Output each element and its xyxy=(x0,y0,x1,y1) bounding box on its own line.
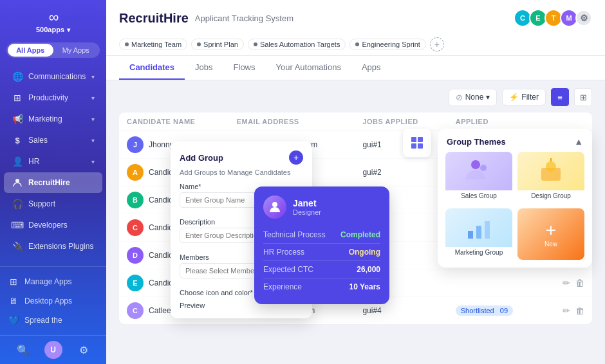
profile-name: Janet xyxy=(293,198,321,208)
delete-icon[interactable]: 🗑 xyxy=(575,305,584,316)
detail-label: HR Process xyxy=(263,248,304,257)
sidebar-item-label: Extensions Plugins xyxy=(28,242,95,251)
candidate-jobs: gui#2 xyxy=(355,159,447,187)
tag-engineering-sprint[interactable]: Engineering Sprint xyxy=(349,39,426,50)
sidebar-item-communications[interactable]: 🌐 Communications ▾ xyxy=(4,66,102,87)
tag-dot xyxy=(197,42,201,46)
dropdown-icon: ▾ xyxy=(486,93,490,102)
candidate-avatar: C xyxy=(127,219,144,236)
col-email: EMAIL ADDRESS xyxy=(229,113,355,131)
svg-point-7 xyxy=(480,165,487,171)
chevron-down-icon: ▾ xyxy=(91,73,95,80)
theme-card-sales[interactable]: Sales Group xyxy=(445,152,512,203)
tab-all-apps[interactable]: All Apps xyxy=(8,44,53,57)
tag-sales-automation[interactable]: Sales Automation Targets xyxy=(248,39,346,50)
sidebar-item-spread[interactable]: 💙 Spread the xyxy=(0,311,106,330)
edit-icon[interactable]: ✏ xyxy=(563,305,570,316)
group-float-button[interactable] xyxy=(403,129,431,157)
sidebar-item-support[interactable]: 🎧 Support xyxy=(4,194,102,214)
theme-label: Sales Group xyxy=(445,190,512,201)
edit-icon[interactable]: ✏ xyxy=(563,278,570,288)
tag-sprint-plan[interactable]: Sprint Plan xyxy=(191,39,244,50)
tab-jobs[interactable]: Jobs xyxy=(185,56,223,80)
app-title: RecruitHire xyxy=(119,11,189,26)
group-themes-panel: Group Themes ▲ Sales Group Design Group xyxy=(438,129,592,268)
settings-footer-icon[interactable]: ⚙ xyxy=(75,341,93,359)
filter-button[interactable]: ⚡ Filter xyxy=(502,89,546,105)
sidebar-bottom: ⊞ Manage Apps 🖥 Desktop Apps 💙 Spread th… xyxy=(0,266,106,335)
themes-grid: Sales Group Design Group Marketing Group xyxy=(438,152,592,268)
grid-icon: ⊞ xyxy=(580,93,587,102)
sidebar-item-productivity[interactable]: ⊞ Productivity ▾ xyxy=(4,87,102,108)
app-subtitle: Applicant Tracking System xyxy=(195,14,293,23)
plus-icon: + xyxy=(546,221,556,239)
col-name: CANDIDATE NAME xyxy=(119,113,229,131)
candidate-avatar: E xyxy=(127,275,144,291)
marketing-icon: 📢 xyxy=(12,113,23,125)
productivity-icon: ⊞ xyxy=(12,92,23,104)
svg-point-1 xyxy=(272,202,277,207)
developers-icon: ⌨ xyxy=(12,219,23,231)
theme-label: Design Group xyxy=(517,190,584,201)
main-header: RecruitHire Applicant Tracking System C … xyxy=(106,0,605,56)
status-badge: Shortlisted 09 xyxy=(456,305,513,316)
sidebar-item-developers[interactable]: ⌨ Developers xyxy=(4,215,102,235)
sidebar-item-sales[interactable]: $ Sales ▾ xyxy=(4,130,102,150)
sidebar-item-manage-apps[interactable]: ⊞ Manage Apps xyxy=(0,272,106,291)
manage-apps-icon: ⊞ xyxy=(8,276,19,287)
profile-role: Designer xyxy=(293,208,321,216)
none-label: None xyxy=(465,93,484,102)
theme-card-marketing[interactable]: Marketing Group xyxy=(445,208,512,260)
sidebar-footer: 🔍 U ⚙ xyxy=(0,335,106,364)
main-content: RecruitHire Applicant Tracking System C … xyxy=(106,0,605,364)
header-title-area: RecruitHire Applicant Tracking System xyxy=(119,11,293,26)
themes-close-icon[interactable]: ▲ xyxy=(574,136,583,147)
sidebar-item-extensions[interactable]: 🔌 Extensions Plugins xyxy=(4,236,102,257)
sidebar-item-recruithire[interactable]: RecruitHire xyxy=(4,172,102,193)
popup-add-button[interactable]: + xyxy=(289,150,303,165)
none-select[interactable]: ⊘ None ▾ xyxy=(449,89,498,106)
chevron-down-icon: ▾ xyxy=(91,95,95,102)
chevron-down-icon: ▾ xyxy=(91,137,95,144)
recruithire-icon xyxy=(12,177,23,188)
theme-card-new[interactable]: + New xyxy=(517,208,584,260)
hr-icon: 👤 xyxy=(12,156,23,167)
app-name-label: 500apps xyxy=(36,26,64,33)
profile-detail-experience: Experience 10 Years xyxy=(263,278,380,295)
sidebar-item-label: Communications xyxy=(28,72,91,81)
user-avatar[interactable]: U xyxy=(44,341,62,359)
sidebar-item-marketing[interactable]: 📢 Marketing ▾ xyxy=(4,109,102,129)
tab-my-apps[interactable]: My Apps xyxy=(53,44,99,57)
more-avatars-icon[interactable]: ⚙ xyxy=(575,10,592,26)
logo-dropdown-icon[interactable]: ▾ xyxy=(67,26,70,33)
profile-card-popup: Janet Designer Technical Process Complet… xyxy=(254,187,389,304)
tab-your-automations[interactable]: Your Automations xyxy=(266,56,351,80)
theme-card-design[interactable]: Design Group xyxy=(517,152,584,203)
extensions-icon: 🔌 xyxy=(12,241,23,252)
tab-flows[interactable]: Flows xyxy=(223,56,266,80)
sidebar: ∞ 500apps ▾ All Apps My Apps 🌐 Communica… xyxy=(0,0,106,364)
search-footer-icon[interactable]: 🔍 xyxy=(14,341,32,359)
grid-view-button[interactable]: ⊞ xyxy=(574,88,592,106)
list-view-button[interactable]: ≡ xyxy=(551,88,569,106)
detail-value: 10 Years xyxy=(349,282,381,291)
tag-label: Marketing Team xyxy=(131,41,182,48)
sidebar-item-desktop-apps[interactable]: 🖥 Desktop Apps xyxy=(0,291,106,311)
detail-label: Technical Process xyxy=(263,230,326,239)
detail-label: Experience xyxy=(263,282,302,291)
tab-apps[interactable]: Apps xyxy=(351,56,391,80)
sidebar-nav: 🌐 Communications ▾ ⊞ Productivity ▾ 📢 Ma… xyxy=(0,63,106,266)
popup-subtitle: Add Groups to Manage Candidates xyxy=(180,168,303,176)
svg-rect-13 xyxy=(485,221,490,239)
delete-icon[interactable]: 🗑 xyxy=(575,278,584,288)
row-actions: ✏🗑 xyxy=(551,278,584,288)
tag-dot xyxy=(355,42,359,46)
svg-point-0 xyxy=(15,179,19,183)
chevron-down-icon: ▾ xyxy=(91,116,95,123)
sidebar-item-hr[interactable]: 👤 HR ▾ xyxy=(4,151,102,172)
add-tag-button[interactable]: + xyxy=(430,37,444,51)
tag-label: Engineering Sprint xyxy=(362,41,420,48)
tag-marketing-team[interactable]: Marketing Team xyxy=(119,39,187,50)
tab-candidates[interactable]: Candidates xyxy=(119,56,185,80)
sidebar-item-label: HR xyxy=(28,157,91,166)
